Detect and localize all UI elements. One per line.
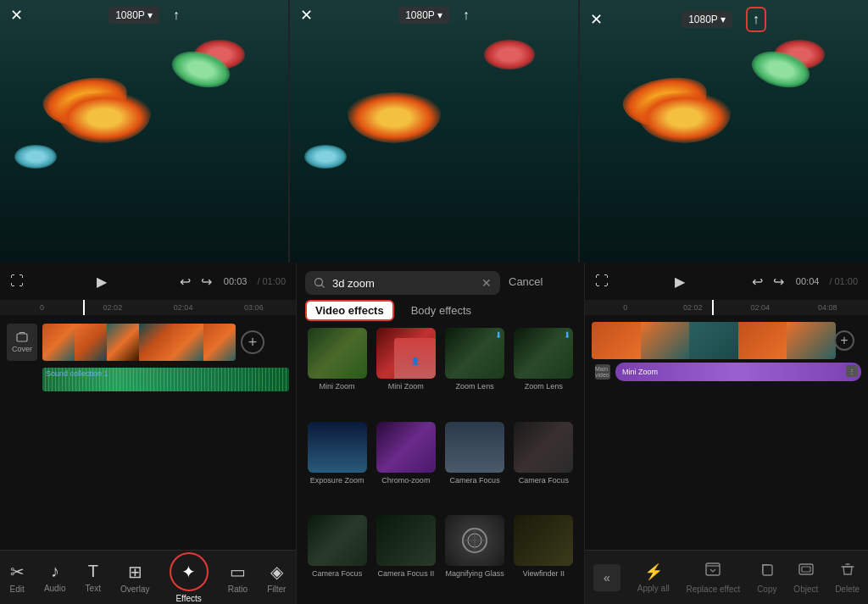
left-track-thumbnail[interactable] bbox=[42, 324, 236, 361]
middle-resolution-badge[interactable]: 1080P ▾ bbox=[398, 7, 449, 24]
middle-upload-button[interactable]: ↑ bbox=[463, 8, 470, 23]
left-close-button[interactable]: ✕ bbox=[10, 6, 23, 25]
right-expand-icon[interactable]: ⛶ bbox=[595, 274, 609, 289]
left-audio-track: Sound collection 1 bbox=[0, 364, 296, 395]
fish-right-art-1 bbox=[637, 92, 731, 143]
effect-zoom-lens-2[interactable]: ⬇ Zoom Lens bbox=[512, 328, 576, 417]
download-icon-2: ⬇ bbox=[564, 330, 570, 340]
right-play-button[interactable]: ▶ bbox=[675, 274, 685, 290]
left-undo-button[interactable]: ↩ bbox=[180, 274, 191, 290]
search-clear-button[interactable]: ✕ bbox=[481, 276, 492, 290]
right-redo-button[interactable]: ↪ bbox=[773, 274, 784, 290]
right-upload-button-highlighted[interactable]: ↑ bbox=[746, 7, 766, 32]
edit-icon: ✂ bbox=[10, 562, 25, 582]
left-tracks-area: Cover + Sound collection 1 bbox=[0, 315, 296, 550]
left-play-button[interactable]: ▶ bbox=[97, 274, 107, 290]
video-panels-row: ✕ 1080P ▾ ↑ ✕ 1080P ▾ ↑ bbox=[0, 0, 868, 263]
effect-chromo-zoom[interactable]: Chromo-zoom bbox=[374, 422, 437, 511]
left-video-preview bbox=[0, 0, 288, 263]
right-undo-button[interactable]: ↩ bbox=[752, 274, 763, 290]
right-video-preview bbox=[580, 0, 868, 263]
middle-effects-panel: ✕ Cancel Video effects Body effects Mini… bbox=[297, 263, 585, 604]
right-tool-delete[interactable]: Delete bbox=[835, 561, 860, 594]
effect-thumb-viewfinder-ii bbox=[514, 515, 573, 566]
left-editing-panel: ⛶ ▶ ↩ ↪ 00:03 / 01:00 0 02:02 02:04 03:0… bbox=[0, 263, 297, 604]
overlay-icon: ⊞ bbox=[128, 562, 142, 582]
effect-camera-focus-1[interactable]: Camera Focus bbox=[443, 422, 507, 511]
tab-body-effects[interactable]: Body effects bbox=[401, 300, 481, 321]
right-main-track[interactable] bbox=[592, 322, 836, 359]
cancel-button[interactable]: Cancel bbox=[509, 275, 542, 288]
bottom-section: ⛶ ▶ ↩ ↪ 00:03 / 01:00 0 02:02 02:04 03:0… bbox=[0, 263, 868, 604]
effect-thumb-camera-focus-ii bbox=[376, 515, 436, 566]
audio-track-bar[interactable]: Sound collection 1 bbox=[42, 368, 289, 391]
effects-icon: ✦ bbox=[181, 562, 196, 582]
right-tool-copy[interactable]: Copy bbox=[757, 561, 776, 594]
tool-edit[interactable]: ✂ Edit bbox=[3, 558, 31, 597]
mini-zoom-effect-bar[interactable]: Mini Zoom ⋮ bbox=[615, 363, 861, 381]
middle-video-preview bbox=[290, 0, 578, 263]
effect-thumb-exposure-zoom bbox=[308, 422, 367, 473]
audio-icon: ♪ bbox=[51, 562, 59, 581]
effect-handle[interactable]: ⋮ bbox=[846, 365, 858, 377]
add-track-button[interactable]: + bbox=[241, 330, 264, 354]
left-toolbar: ✂ Edit ♪ Audio T Text ⊞ Overlay ✦ Effect… bbox=[0, 550, 296, 604]
back-button[interactable]: « bbox=[593, 564, 620, 591]
effect-camera-focus-2[interactable]: Camera Focus bbox=[512, 422, 576, 511]
effect-camera-focus-ii[interactable]: Camera Focus II bbox=[374, 515, 437, 604]
main-video-badge: Main video bbox=[595, 364, 610, 380]
left-resolution-badge[interactable]: 1080P ▾ bbox=[108, 7, 159, 24]
right-timeline-markers: 0 02:02 02:04 04:08 bbox=[592, 300, 861, 315]
search-icon bbox=[314, 277, 326, 289]
right-timeline-bar: 0 02:02 02:04 04:08 bbox=[585, 300, 868, 315]
left-video-panel: ✕ 1080P ▾ ↑ bbox=[0, 0, 290, 263]
cover-button[interactable]: Cover bbox=[7, 324, 37, 361]
fish-mid-art-2 bbox=[484, 40, 535, 69]
svg-rect-7 bbox=[706, 563, 720, 575]
svg-rect-0 bbox=[17, 334, 27, 341]
effect-mini-zoom-1[interactable]: Mini Zoom bbox=[305, 328, 369, 417]
right-tracks-area: + Main video Mini Zoom ⋮ bbox=[585, 315, 868, 386]
expand-icon[interactable]: ⛶ bbox=[10, 274, 24, 289]
text-icon: T bbox=[88, 562, 98, 581]
search-row: ✕ Cancel bbox=[297, 263, 584, 300]
tool-filter[interactable]: ◈ Filter bbox=[260, 558, 292, 597]
copy-icon bbox=[759, 561, 776, 582]
effect-thumb-mini-zoom-1 bbox=[308, 328, 367, 379]
right-add-button[interactable]: + bbox=[834, 330, 854, 351]
effect-thumb-magnifying-glass bbox=[445, 515, 504, 566]
effect-mini-zoom-2[interactable]: 👤 Mini Zoom bbox=[374, 328, 437, 417]
tool-audio[interactable]: ♪ Audio bbox=[37, 558, 73, 596]
effect-magnifying-glass[interactable]: Magnifying Glass bbox=[443, 515, 507, 604]
right-tool-object[interactable]: Object bbox=[793, 561, 818, 594]
tab-video-effects[interactable]: Video effects bbox=[305, 300, 394, 321]
effect-camera-focus-3[interactable]: Camera Focus bbox=[305, 515, 369, 604]
left-upload-button[interactable]: ↑ bbox=[173, 8, 180, 23]
object-icon bbox=[798, 561, 815, 582]
right-resolution-badge[interactable]: 1080P ▾ bbox=[682, 11, 732, 28]
right-timeline-cursor bbox=[712, 300, 714, 315]
right-tool-apply-all[interactable]: ⚡ Apply all bbox=[637, 562, 670, 593]
ratio-icon: ▭ bbox=[230, 562, 246, 582]
tool-overlay[interactable]: ⊞ Overlay bbox=[114, 558, 156, 597]
middle-close-button[interactable]: ✕ bbox=[300, 6, 313, 25]
effects-search-input[interactable] bbox=[332, 277, 475, 290]
tool-effects[interactable]: ✦ Effects bbox=[163, 549, 215, 605]
fish-art-3 bbox=[14, 145, 57, 169]
effect-zoom-lens-1[interactable]: ⬇ Zoom Lens bbox=[443, 328, 507, 417]
left-panel-top-bar: ✕ 1080P ▾ ↑ bbox=[0, 7, 288, 24]
tool-text[interactable]: T Text bbox=[79, 558, 108, 596]
tool-ratio[interactable]: ▭ Ratio bbox=[221, 558, 254, 597]
right-tool-replace-effect[interactable]: Replace effect bbox=[687, 561, 741, 594]
effect-thumb-mini-zoom-2: 👤 bbox=[376, 328, 436, 379]
right-close-button[interactable]: ✕ bbox=[590, 10, 603, 29]
audio-track-label: Sound collection 1 bbox=[42, 368, 112, 380]
left-timeline-markers: 0 02:02 02:04 03:06 bbox=[7, 300, 289, 315]
right-editing-panel: ⛶ ▶ ↩ ↪ 00:04 / 01:00 0 02:02 02:04 04:0… bbox=[585, 263, 868, 604]
effect-viewfinder-ii[interactable]: Viewfinder II bbox=[512, 515, 576, 604]
effect-thumb-camera-focus-2 bbox=[514, 422, 573, 473]
effect-exposure-zoom[interactable]: Exposure Zoom bbox=[305, 422, 369, 511]
fish-art-2 bbox=[194, 40, 245, 69]
left-timeline-bar: 0 02:02 02:04 03:06 bbox=[0, 300, 296, 315]
left-redo-button[interactable]: ↪ bbox=[201, 274, 212, 290]
